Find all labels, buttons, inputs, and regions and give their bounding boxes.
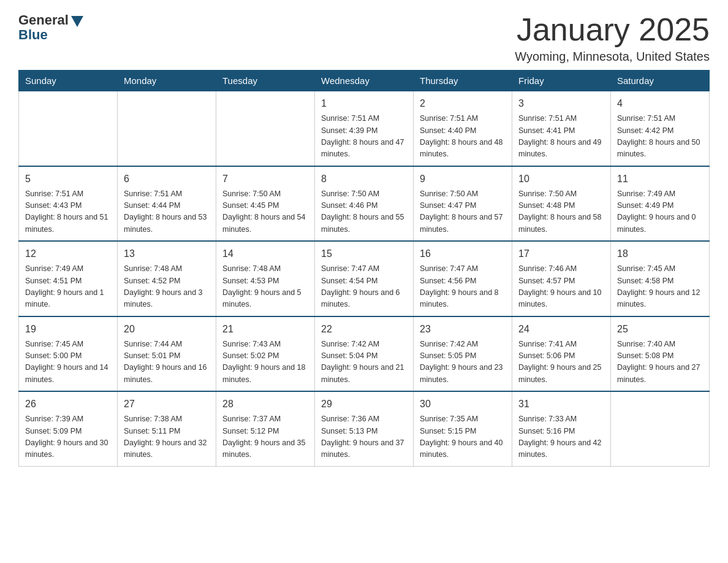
day-info: Sunrise: 7:45 AM Sunset: 4:58 PM Dayligh… (617, 263, 703, 311)
calendar-header: SundayMondayTuesdayWednesdayThursdayFrid… (19, 71, 710, 91)
calendar-cell: 29Sunrise: 7:36 AM Sunset: 5:13 PM Dayli… (315, 391, 414, 466)
day-number: 25 (617, 322, 703, 337)
page-header: General Blue January 2025 Wyoming, Minne… (18, 12, 710, 64)
day-info: Sunrise: 7:51 AM Sunset: 4:41 PM Dayligh… (518, 113, 604, 161)
calendar-cell (216, 91, 315, 166)
weekday-header-tuesday: Tuesday (216, 71, 315, 91)
day-info: Sunrise: 7:48 AM Sunset: 4:53 PM Dayligh… (222, 263, 308, 311)
day-info: Sunrise: 7:42 AM Sunset: 5:04 PM Dayligh… (321, 339, 407, 386)
calendar-cell: 12Sunrise: 7:49 AM Sunset: 4:51 PM Dayli… (19, 241, 118, 316)
day-number: 17 (518, 247, 604, 261)
calendar-cell: 10Sunrise: 7:50 AM Sunset: 4:48 PM Dayli… (512, 166, 611, 242)
location-text: Wyoming, Minnesota, United States (515, 50, 710, 64)
calendar-cell: 16Sunrise: 7:47 AM Sunset: 4:56 PM Dayli… (414, 241, 512, 316)
day-info: Sunrise: 7:33 AM Sunset: 5:16 PM Dayligh… (518, 413, 604, 461)
calendar-cell: 7Sunrise: 7:50 AM Sunset: 4:45 PM Daylig… (216, 166, 315, 242)
day-info: Sunrise: 7:51 AM Sunset: 4:42 PM Dayligh… (617, 113, 703, 161)
calendar-cell: 5Sunrise: 7:51 AM Sunset: 4:43 PM Daylig… (19, 166, 118, 242)
month-title: January 2025 (515, 12, 710, 47)
calendar-cell: 4Sunrise: 7:51 AM Sunset: 4:42 PM Daylig… (611, 91, 710, 166)
day-number: 8 (321, 172, 407, 186)
day-number: 1 (321, 96, 407, 111)
day-info: Sunrise: 7:50 AM Sunset: 4:47 PM Dayligh… (420, 188, 506, 236)
calendar-cell: 25Sunrise: 7:40 AM Sunset: 5:08 PM Dayli… (611, 316, 710, 392)
day-info: Sunrise: 7:40 AM Sunset: 5:08 PM Dayligh… (617, 339, 703, 386)
day-number: 16 (420, 247, 506, 261)
day-number: 20 (124, 322, 210, 337)
day-number: 22 (321, 322, 407, 337)
title-area: January 2025 Wyoming, Minnesota, United … (515, 12, 710, 64)
day-info: Sunrise: 7:39 AM Sunset: 5:09 PM Dayligh… (25, 413, 111, 461)
weekday-header-monday: Monday (118, 71, 216, 91)
day-info: Sunrise: 7:42 AM Sunset: 5:05 PM Dayligh… (420, 339, 506, 386)
day-info: Sunrise: 7:47 AM Sunset: 4:54 PM Dayligh… (321, 263, 407, 311)
calendar-cell: 11Sunrise: 7:49 AM Sunset: 4:49 PM Dayli… (611, 166, 710, 242)
day-number: 7 (222, 172, 308, 186)
day-info: Sunrise: 7:51 AM Sunset: 4:39 PM Dayligh… (321, 113, 407, 161)
calendar-cell (118, 91, 216, 166)
day-number: 11 (617, 172, 703, 186)
day-number: 23 (420, 322, 506, 337)
calendar-cell: 2Sunrise: 7:51 AM Sunset: 4:40 PM Daylig… (414, 91, 512, 166)
weekday-header-saturday: Saturday (611, 71, 710, 91)
calendar-cell: 22Sunrise: 7:42 AM Sunset: 5:04 PM Dayli… (315, 316, 414, 392)
day-number: 15 (321, 247, 407, 261)
weekday-header-row: SundayMondayTuesdayWednesdayThursdayFrid… (19, 71, 710, 91)
day-number: 4 (617, 96, 703, 111)
day-info: Sunrise: 7:38 AM Sunset: 5:11 PM Dayligh… (124, 413, 210, 461)
day-number: 26 (25, 397, 111, 412)
day-number: 31 (518, 397, 604, 412)
calendar-cell: 9Sunrise: 7:50 AM Sunset: 4:47 PM Daylig… (414, 166, 512, 242)
calendar-table: SundayMondayTuesdayWednesdayThursdayFrid… (18, 70, 710, 467)
day-info: Sunrise: 7:50 AM Sunset: 4:48 PM Dayligh… (518, 188, 604, 236)
day-number: 14 (222, 247, 308, 261)
calendar-cell (19, 91, 118, 166)
calendar-cell (611, 391, 710, 466)
calendar-cell: 19Sunrise: 7:45 AM Sunset: 5:00 PM Dayli… (19, 316, 118, 392)
day-info: Sunrise: 7:50 AM Sunset: 4:45 PM Dayligh… (222, 188, 308, 236)
day-number: 18 (617, 247, 703, 261)
day-number: 19 (25, 322, 111, 337)
calendar-cell: 17Sunrise: 7:46 AM Sunset: 4:57 PM Dayli… (512, 241, 611, 316)
day-number: 21 (222, 322, 308, 337)
day-number: 29 (321, 397, 407, 412)
calendar-cell: 28Sunrise: 7:37 AM Sunset: 5:12 PM Dayli… (216, 391, 315, 466)
weekday-header-thursday: Thursday (414, 71, 512, 91)
weekday-header-friday: Friday (512, 71, 611, 91)
day-number: 6 (124, 172, 210, 186)
day-info: Sunrise: 7:48 AM Sunset: 4:52 PM Dayligh… (124, 263, 210, 311)
day-info: Sunrise: 7:43 AM Sunset: 5:02 PM Dayligh… (222, 339, 308, 386)
weekday-header-wednesday: Wednesday (315, 71, 414, 91)
day-number: 12 (25, 247, 111, 261)
logo: General Blue (18, 12, 83, 43)
calendar-cell: 31Sunrise: 7:33 AM Sunset: 5:16 PM Dayli… (512, 391, 611, 466)
day-info: Sunrise: 7:44 AM Sunset: 5:01 PM Dayligh… (124, 339, 210, 386)
calendar-cell: 26Sunrise: 7:39 AM Sunset: 5:09 PM Dayli… (19, 391, 118, 466)
calendar-cell: 14Sunrise: 7:48 AM Sunset: 4:53 PM Dayli… (216, 241, 315, 316)
day-number: 24 (518, 322, 604, 337)
calendar-week-row: 12Sunrise: 7:49 AM Sunset: 4:51 PM Dayli… (19, 241, 710, 316)
day-info: Sunrise: 7:50 AM Sunset: 4:46 PM Dayligh… (321, 188, 407, 236)
calendar-cell: 15Sunrise: 7:47 AM Sunset: 4:54 PM Dayli… (315, 241, 414, 316)
day-info: Sunrise: 7:36 AM Sunset: 5:13 PM Dayligh… (321, 413, 407, 461)
day-number: 5 (25, 172, 111, 186)
day-info: Sunrise: 7:41 AM Sunset: 5:06 PM Dayligh… (518, 339, 604, 386)
calendar-cell: 3Sunrise: 7:51 AM Sunset: 4:41 PM Daylig… (512, 91, 611, 166)
logo-blue-text: Blue (18, 27, 48, 43)
day-info: Sunrise: 7:49 AM Sunset: 4:49 PM Dayligh… (617, 188, 703, 236)
day-number: 27 (124, 397, 210, 412)
weekday-header-sunday: Sunday (19, 71, 118, 91)
calendar-cell: 13Sunrise: 7:48 AM Sunset: 4:52 PM Dayli… (118, 241, 216, 316)
logo-general-text: General (18, 12, 69, 28)
calendar-cell: 21Sunrise: 7:43 AM Sunset: 5:02 PM Dayli… (216, 316, 315, 392)
day-info: Sunrise: 7:47 AM Sunset: 4:56 PM Dayligh… (420, 263, 506, 311)
day-number: 28 (222, 397, 308, 412)
calendar-body: 1Sunrise: 7:51 AM Sunset: 4:39 PM Daylig… (19, 91, 710, 467)
calendar-cell: 27Sunrise: 7:38 AM Sunset: 5:11 PM Dayli… (118, 391, 216, 466)
day-info: Sunrise: 7:51 AM Sunset: 4:44 PM Dayligh… (124, 188, 210, 236)
day-info: Sunrise: 7:49 AM Sunset: 4:51 PM Dayligh… (25, 263, 111, 311)
calendar-cell: 6Sunrise: 7:51 AM Sunset: 4:44 PM Daylig… (118, 166, 216, 242)
day-number: 3 (518, 96, 604, 111)
day-info: Sunrise: 7:45 AM Sunset: 5:00 PM Dayligh… (25, 339, 111, 386)
day-number: 30 (420, 397, 506, 412)
